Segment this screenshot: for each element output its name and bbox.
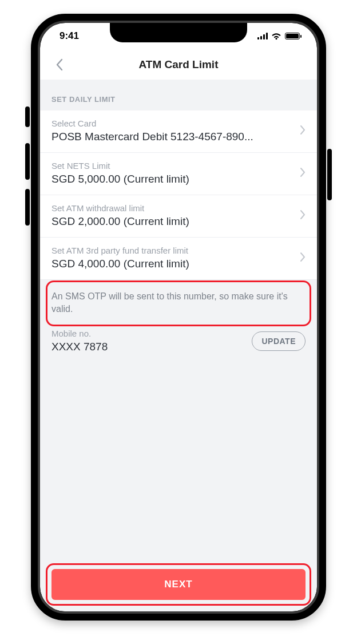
otp-info-block: An SMS OTP will be sent to this number, … [40,280,317,315]
row-value: POSB Mastercard Debit 5123-4567-890... [51,131,294,143]
nav-bar: ATM Card Limit [40,49,317,80]
wifi-icon [271,33,281,40]
phone-screen: 9:41 ATM Card Limit [40,23,317,611]
chevron-left-icon [55,58,64,72]
mobile-label: Mobile no. [51,329,108,338]
battery-icon [285,33,300,39]
row-label: Set NETS Limit [51,161,294,171]
section-header: SET DAILY LIMIT [40,80,317,110]
content-area: SET DAILY LIMIT Select Card POSB Masterc… [40,80,317,611]
page-title: ATM Card Limit [139,58,219,71]
row-label: Select Card [51,118,294,128]
row-atm-withdrawal-limit[interactable]: Set ATM withdrawal limit SGD 2,000.00 (C… [40,195,317,238]
next-button[interactable]: NEXT [51,569,306,600]
phone-volume-down [25,189,30,226]
update-button[interactable]: UPDATE [252,331,306,351]
phone-silent-switch [25,106,30,127]
chevron-right-icon [300,252,306,264]
mobile-number-row: Mobile no. XXXX 7878 UPDATE [40,315,317,367]
row-third-party-transfer-limit[interactable]: Set ATM 3rd party fund transfer limit SG… [40,238,317,280]
otp-info-text: An SMS OTP will be sent to this number, … [51,290,306,315]
settings-list: Select Card POSB Mastercard Debit 5123-4… [40,110,317,367]
back-button[interactable] [48,49,71,80]
chevron-right-icon [300,210,306,222]
phone-notch [110,23,247,42]
phone-power-button [327,149,332,200]
status-time: 9:41 [54,30,79,42]
row-value: SGD 5,000.00 (Current limit) [51,173,294,185]
row-select-card[interactable]: Select Card POSB Mastercard Debit 5123-4… [40,110,317,153]
row-label: Set ATM 3rd party fund transfer limit [51,246,294,255]
phone-volume-up [25,143,30,180]
chevron-right-icon [300,125,306,137]
chevron-right-icon [300,167,306,180]
phone-frame: 9:41 ATM Card Limit [31,14,326,621]
mobile-value: XXXX 7878 [51,341,108,353]
cellular-signal-icon [257,33,268,39]
row-label: Set ATM withdrawal limit [51,203,294,213]
row-value: SGD 4,000.00 (Current limit) [51,258,294,270]
row-nets-limit[interactable]: Set NETS Limit SGD 5,000.00 (Current lim… [40,153,317,195]
row-value: SGD 2,000.00 (Current limit) [51,215,294,228]
